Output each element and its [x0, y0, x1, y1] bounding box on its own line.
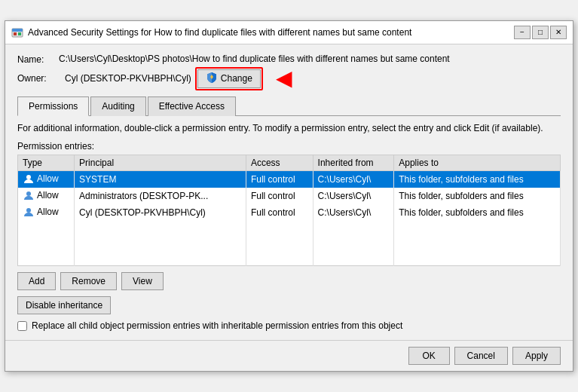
name-value: C:\Users\Cyl\Desktop\PS photos\How to fi… — [59, 54, 561, 64]
col-inherited: Inherited from — [313, 155, 394, 170]
tab-auditing[interactable]: Auditing — [90, 96, 145, 116]
content-area: Name: C:\Users\Cyl\Desktop\PS photos\How… — [5, 44, 573, 340]
red-arrow: ◀ — [276, 68, 292, 89]
replace-checkbox[interactable] — [17, 321, 27, 331]
disable-inheritance-button[interactable]: Disable inheritance — [17, 296, 111, 314]
cell-access: Full control — [246, 170, 313, 188]
name-label: Name: — [17, 54, 59, 65]
cell-type: Allow — [18, 170, 75, 188]
change-label: Change — [221, 73, 252, 84]
cell-inherited: C:\Users\Cyl\ — [313, 204, 394, 221]
add-button[interactable]: Add — [17, 272, 56, 290]
dialog-footer: OK Cancel Apply — [5, 340, 573, 371]
cancel-button[interactable]: Cancel — [454, 347, 508, 365]
cell-principal: SYSTEM — [75, 170, 246, 188]
change-button[interactable]: Change — [197, 69, 261, 88]
bottom-buttons: Add Remove View — [17, 272, 561, 290]
table-row[interactable]: AllowSYSTEMFull controlC:\Users\Cyl\This… — [18, 170, 561, 188]
col-principal: Principal — [75, 155, 246, 170]
entries-label: Permission entries: — [17, 141, 561, 152]
name-row: Name: C:\Users\Cyl\Desktop\PS photos\How… — [17, 54, 561, 65]
table-header-row: Type Principal Access Inherited from App… — [18, 155, 561, 170]
svg-point-6 — [26, 191, 31, 196]
main-window: Advanced Security Settings for How to fi… — [5, 20, 573, 372]
permission-table: Type Principal Access Inherited from App… — [17, 155, 561, 267]
cell-applies: This folder, subfolders and files — [394, 204, 561, 221]
col-applies: Applies to — [394, 155, 561, 170]
svg-point-5 — [26, 175, 31, 179]
table-row-empty — [18, 221, 561, 236]
owner-value: Cyl (DESKTOP-PKVHBPH\Cyl) — [65, 73, 191, 84]
table-row-empty — [18, 236, 561, 251]
cell-inherited: C:\Users\Cyl\ — [313, 170, 394, 188]
svg-rect-3 — [18, 32, 21, 35]
title-bar: Advanced Security Settings for How to fi… — [5, 21, 573, 44]
cell-access: Full control — [246, 188, 313, 204]
apply-button[interactable]: Apply — [512, 347, 561, 365]
view-button[interactable]: View — [121, 272, 164, 290]
col-access: Access — [246, 155, 313, 170]
tab-bar: Permissions Auditing Effective Access — [17, 96, 561, 116]
cell-applies: This folder, subfolders and files — [394, 188, 561, 204]
table-row[interactable]: AllowCyl (DESKTOP-PKVHBPH\Cyl)Full contr… — [18, 204, 561, 221]
cell-type: Allow — [18, 204, 75, 221]
cell-inherited: C:\Users\Cyl\ — [313, 188, 394, 204]
tab-permissions[interactable]: Permissions — [17, 96, 89, 116]
maximize-button[interactable]: □ — [532, 26, 549, 39]
cell-applies: This folder, subfolders and files — [394, 170, 561, 188]
col-type: Type — [18, 155, 75, 170]
owner-row: Owner: Cyl (DESKTOP-PKVHBPH\Cyl) Change — [17, 69, 561, 88]
cell-principal: Administrators (DESKTOP-PK... — [75, 188, 246, 204]
ok-button[interactable]: OK — [408, 347, 450, 365]
tab-effective-access[interactable]: Effective Access — [148, 96, 236, 116]
shield-icon — [206, 72, 218, 86]
svg-rect-2 — [14, 32, 17, 35]
change-btn-container: Change ◀ — [197, 69, 261, 88]
table-body: AllowSYSTEMFull controlC:\Users\Cyl\This… — [18, 170, 561, 266]
window-controls: − □ ✕ — [514, 26, 567, 39]
minimize-button[interactable]: − — [514, 26, 531, 39]
replace-checkbox-row: Replace all child object permission entr… — [17, 320, 561, 331]
owner-label: Owner: — [17, 73, 59, 84]
close-button[interactable]: ✕ — [550, 26, 567, 39]
cell-principal: Cyl (DESKTOP-PKVHBPH\Cyl) — [75, 204, 246, 221]
window-title: Advanced Security Settings for How to fi… — [28, 27, 509, 38]
window-icon — [11, 26, 23, 38]
remove-button[interactable]: Remove — [60, 272, 117, 290]
table-header: Type Principal Access Inherited from App… — [18, 155, 561, 170]
table-row[interactable]: AllowAdministrators (DESKTOP-PK...Full c… — [18, 188, 561, 204]
svg-rect-1 — [12, 29, 23, 32]
replace-label: Replace all child object permission entr… — [32, 320, 402, 331]
cell-access: Full control — [246, 204, 313, 221]
cell-type: Allow — [18, 188, 75, 204]
info-text: For additional information, double-click… — [17, 122, 561, 135]
table-row-empty — [18, 251, 561, 266]
svg-point-7 — [26, 208, 31, 213]
